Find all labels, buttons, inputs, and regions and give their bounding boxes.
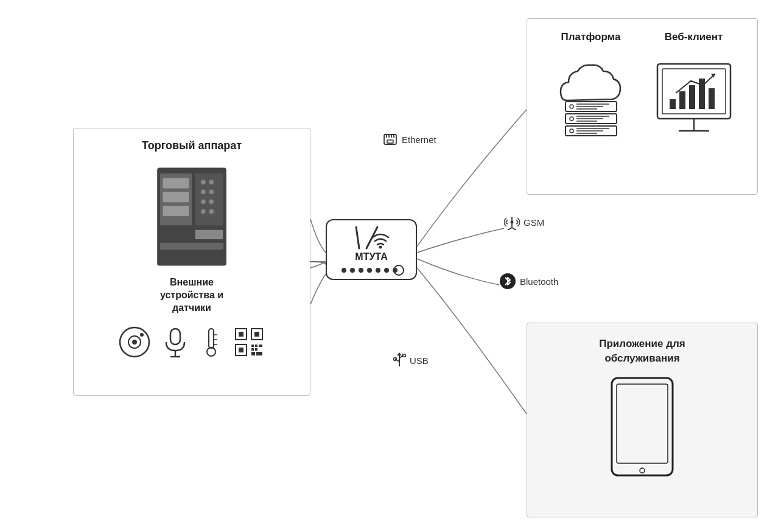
- gsm-label: GSM: [504, 214, 544, 230]
- svg-point-80: [570, 129, 573, 133]
- svg-rect-14: [160, 243, 223, 250]
- webclient-item: Веб-клиент: [651, 31, 737, 149]
- qr-icon: [233, 326, 265, 358]
- svg-rect-90: [709, 88, 715, 109]
- svg-point-10: [201, 200, 206, 205]
- router-dots-icon: [338, 265, 405, 276]
- svg-point-18: [132, 340, 137, 345]
- router-box: МТУТА: [326, 219, 417, 280]
- svg-line-59: [508, 228, 512, 230]
- svg-rect-86: [670, 99, 676, 109]
- svg-point-45: [350, 268, 355, 273]
- svg-point-13: [209, 209, 214, 214]
- svg-rect-95: [617, 384, 668, 463]
- mtuta-device: МТУТА: [326, 219, 417, 298]
- svg-point-19: [140, 333, 144, 337]
- svg-rect-20: [170, 329, 180, 345]
- usb-label: USB: [393, 352, 429, 369]
- svg-point-96: [640, 468, 645, 473]
- vending-machine-icon: [149, 162, 234, 271]
- svg-rect-94: [612, 378, 673, 475]
- cloud-server-icon: [548, 52, 634, 149]
- svg-point-9: [209, 189, 214, 194]
- svg-rect-15: [195, 230, 223, 239]
- svg-rect-31: [254, 332, 259, 337]
- microphone-icon: [161, 326, 189, 358]
- svg-point-75: [570, 117, 573, 121]
- gsm-icon: [504, 214, 520, 230]
- svg-point-47: [367, 268, 372, 273]
- camera-icon: [119, 326, 150, 358]
- platform-item: Платформа: [548, 31, 634, 149]
- service-app-title: Приложение дляобслуживания: [527, 337, 757, 366]
- svg-rect-37: [251, 348, 254, 351]
- webclient-label: Веб-клиент: [665, 31, 723, 43]
- svg-point-24: [207, 348, 215, 356]
- svg-rect-5: [195, 173, 223, 225]
- svg-point-6: [201, 180, 206, 184]
- svg-point-46: [359, 268, 363, 273]
- left-device-box: Торговый аппарат Внешниеустройства идатч…: [73, 128, 310, 396]
- svg-rect-66: [402, 354, 405, 357]
- svg-rect-23: [209, 329, 214, 348]
- svg-rect-89: [699, 79, 705, 109]
- svg-line-60: [512, 228, 516, 230]
- router-antenna-icon: [347, 224, 396, 251]
- svg-rect-34: [251, 345, 254, 347]
- tablet-icon: [600, 372, 685, 481]
- usb-icon: [393, 352, 406, 369]
- svg-rect-35: [255, 345, 257, 347]
- svg-rect-3: [163, 192, 189, 202]
- device-icons-row: [74, 326, 310, 358]
- vending-machine-title: Торговый аппарат: [74, 139, 310, 152]
- svg-rect-2: [163, 178, 189, 189]
- ethernet-label: Ethernet: [382, 133, 436, 146]
- svg-rect-40: [256, 352, 262, 355]
- svg-rect-36: [259, 345, 262, 347]
- service-app-box: Приложение дляобслуживания: [527, 323, 758, 517]
- svg-rect-33: [239, 348, 243, 352]
- svg-rect-38: [255, 348, 257, 351]
- svg-point-49: [384, 268, 389, 273]
- svg-rect-88: [689, 85, 695, 109]
- svg-point-11: [209, 200, 214, 205]
- svg-point-48: [376, 268, 380, 273]
- router-label: МТУТА: [355, 251, 387, 262]
- svg-point-44: [341, 268, 346, 273]
- svg-point-61: [511, 221, 514, 224]
- svg-rect-29: [239, 332, 243, 337]
- svg-point-70: [570, 105, 573, 108]
- monitor-chart-icon: [651, 52, 737, 149]
- svg-point-43: [379, 245, 382, 248]
- svg-point-12: [201, 209, 206, 214]
- platform-webclient-box: Платформа: [527, 18, 758, 195]
- svg-line-41: [356, 227, 359, 248]
- svg-point-8: [201, 189, 206, 194]
- thermometer-icon: [200, 326, 222, 358]
- platform-label: Платформа: [561, 31, 621, 43]
- svg-rect-39: [251, 352, 255, 355]
- ethernet-icon: [382, 133, 398, 146]
- svg-rect-4: [163, 206, 189, 216]
- svg-rect-87: [679, 91, 685, 109]
- bluetooth-icon: [499, 273, 516, 290]
- svg-rect-57: [387, 140, 393, 143]
- devices-label: Внешниеустройства идатчики: [74, 276, 310, 314]
- svg-marker-64: [397, 352, 402, 355]
- svg-point-7: [209, 180, 214, 184]
- bluetooth-label: Bluetooth: [499, 273, 558, 290]
